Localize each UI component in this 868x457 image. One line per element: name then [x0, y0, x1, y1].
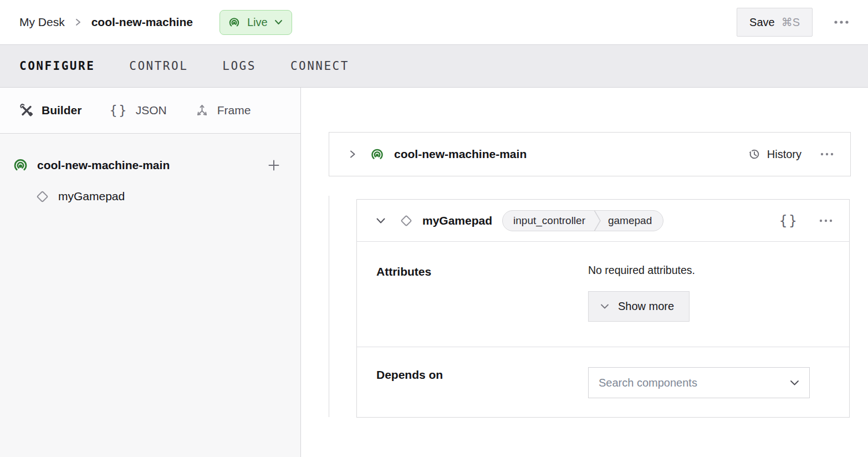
add-component-button[interactable] [265, 156, 283, 174]
machine-card-title: cool-new-machine-main [394, 148, 527, 161]
chip-divider-chevron-icon [594, 211, 601, 231]
save-button-label: Save [749, 16, 775, 29]
ellipsis-icon [834, 20, 849, 24]
breadcrumb-parent[interactable]: My Desk [19, 16, 65, 29]
header-overflow-menu-button[interactable] [831, 18, 851, 27]
view-builder-label: Builder [42, 104, 81, 117]
chip-type-label: input_controller [503, 211, 594, 231]
component-json-button[interactable]: {} [777, 211, 800, 231]
main-tab-bar: CONFIGURE CONTROL LOGS CONNECT [0, 45, 868, 88]
tab-configure[interactable]: CONFIGURE [19, 56, 95, 76]
attributes-empty-text: No required attributes. [588, 264, 835, 277]
machine-part-card: cool-new-machine-main History [329, 132, 851, 176]
component-card-title: myGamepad [422, 214, 492, 227]
plus-icon [267, 159, 280, 172]
configure-main-pane: cool-new-machine-main History [301, 88, 868, 457]
show-more-button[interactable]: Show more [588, 291, 690, 322]
tab-connect[interactable]: CONNECT [290, 56, 349, 76]
depends-on-section: Depends on Search components [357, 347, 849, 417]
view-json-label: JSON [136, 104, 167, 117]
breadcrumb-current: cool-new-machine [91, 16, 193, 29]
tools-icon [19, 103, 34, 118]
depends-on-label: Depends on [376, 367, 588, 399]
expand-machine-card-button[interactable] [346, 148, 359, 161]
broadcast-icon [228, 16, 241, 29]
chevron-right-icon [348, 150, 357, 159]
chevron-right-icon [74, 18, 82, 26]
configure-sidebar: Builder {} JSON Frame [0, 88, 301, 457]
chevron-down-icon [790, 380, 799, 386]
chevron-down-icon [600, 303, 609, 309]
ellipsis-icon [820, 153, 834, 156]
live-status-badge[interactable]: Live [219, 10, 292, 35]
show-more-label: Show more [618, 300, 674, 313]
tree-item-machine[interactable]: cool-new-machine-main [0, 150, 300, 181]
depends-on-select[interactable]: Search components [588, 367, 810, 398]
broadcast-icon [12, 157, 29, 174]
view-json-button[interactable]: {} JSON [109, 103, 166, 118]
ellipsis-icon [819, 219, 833, 222]
attributes-label: Attributes [376, 264, 588, 329]
breadcrumb: My Desk cool-new-machine [19, 16, 193, 29]
braces-icon: {} [109, 103, 127, 118]
component-card: myGamepad input_controller gamepad {} [356, 199, 850, 418]
save-shortcut: ⌘S [782, 16, 800, 29]
diamond-icon [399, 214, 413, 228]
component-type-chip: input_controller gamepad [502, 210, 663, 231]
view-switcher: Builder {} JSON Frame [0, 88, 300, 134]
view-builder-button[interactable]: Builder [19, 103, 81, 118]
save-button[interactable]: Save ⌘S [737, 8, 813, 37]
chip-model-label: gamepad [601, 211, 663, 231]
attributes-section: Attributes No required attributes. Show … [357, 242, 849, 347]
tab-control[interactable]: CONTROL [129, 56, 188, 76]
history-button[interactable]: History [748, 148, 801, 161]
tree-machine-label: cool-new-machine-main [37, 159, 170, 172]
component-card-header: myGamepad input_controller gamepad {} [357, 200, 849, 242]
tree-connector-line [329, 196, 329, 417]
collapse-component-card-button[interactable] [374, 215, 388, 226]
tree-item-component[interactable]: myGamepad [0, 181, 300, 212]
history-label: History [767, 148, 801, 161]
component-card-menu-button[interactable] [817, 217, 835, 225]
chevron-down-icon [376, 217, 386, 224]
history-icon [748, 148, 761, 161]
component-tree: cool-new-machine-main myGamepad [0, 134, 300, 212]
broadcast-icon [370, 147, 385, 162]
braces-icon: {} [779, 213, 798, 228]
axes-icon [195, 103, 210, 118]
live-label: Live [247, 16, 268, 29]
diamond-icon [35, 189, 50, 204]
machine-card-menu-button[interactable] [818, 150, 836, 158]
tree-component-label: myGamepad [58, 190, 125, 203]
view-frame-button[interactable]: Frame [195, 103, 251, 118]
app-header: My Desk cool-new-machine Live Save ⌘S [0, 0, 868, 45]
chevron-down-icon [274, 19, 283, 25]
depends-on-placeholder: Search components [599, 377, 697, 389]
tab-logs[interactable]: LOGS [222, 56, 256, 76]
view-frame-label: Frame [217, 104, 251, 117]
